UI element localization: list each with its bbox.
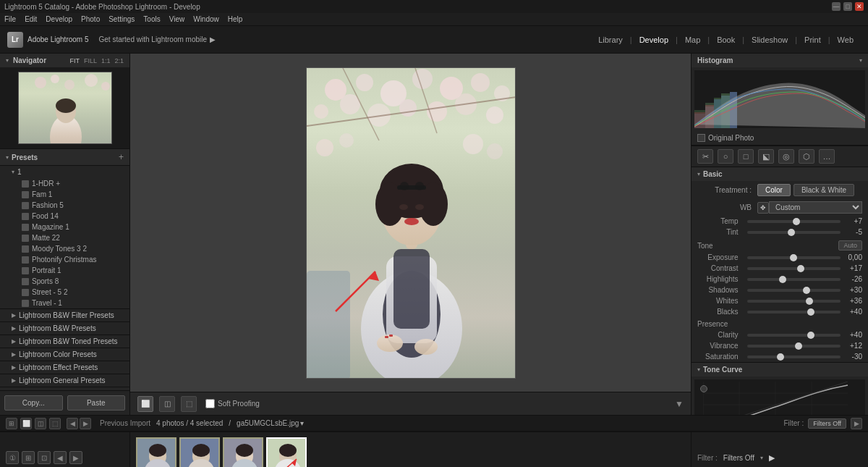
preset-group-header-1[interactable]: ▾ 1 <box>0 166 129 178</box>
menu-view[interactable]: View <box>169 15 185 23</box>
expand-filters-button[interactable]: ▶ <box>851 418 862 429</box>
crop-tool[interactable]: ✂ <box>697 149 713 164</box>
next-arrow[interactable]: ▶ <box>80 418 91 429</box>
nav-2-1[interactable]: 2:1 <box>114 57 124 64</box>
navigator-header[interactable]: ▾ Navigator FIT FILL 1:1 2:1 <box>0 54 129 67</box>
wb-select[interactable]: Custom As Shot Auto Daylight <box>769 201 862 214</box>
film-thumb-1[interactable] <box>136 437 176 467</box>
preset-item-fashion5[interactable]: Fashion 5 <box>0 200 129 211</box>
histogram-header[interactable]: Histogram ▾ <box>692 54 868 67</box>
clarity-slider[interactable] <box>747 334 841 337</box>
filmstrip-nav-prev[interactable]: ◀ <box>54 451 67 464</box>
nav-library[interactable]: Library <box>591 35 630 44</box>
menu-settings[interactable]: Settings <box>109 15 135 23</box>
nav-1-1[interactable]: 1:1 <box>101 57 111 64</box>
menu-tools[interactable]: Tools <box>143 15 160 23</box>
tone-curve-header[interactable]: ▾ Tone Curve <box>692 363 868 376</box>
preset-item-fam1[interactable]: Fam 1 <box>0 189 129 200</box>
preset-group-header-bwfilter[interactable]: ▶ Lightroom B&W Filter Presets <box>0 309 129 321</box>
view-survey-button[interactable]: ⬚ <box>181 396 197 412</box>
maximize-button[interactable]: □ <box>843 2 852 11</box>
soft-proofing-checkbox[interactable] <box>205 399 215 408</box>
preset-group-header-effect[interactable]: ▶ Lightroom Effect Presets <box>0 361 129 374</box>
preset-group-header-color[interactable]: ▶ Lightroom Color Presets <box>0 348 129 361</box>
preset-group-header-bwpresets[interactable]: ▶ Lightroom B&W Presets <box>0 322 129 335</box>
filmstrip-expand-button[interactable]: ▶ <box>769 453 775 463</box>
whites-slider[interactable] <box>747 300 841 303</box>
previous-import-button[interactable]: Previous Import <box>100 419 150 427</box>
tone-auto-button[interactable]: Auto <box>838 240 862 251</box>
survey-view-icon[interactable]: ⬚ <box>49 418 61 429</box>
contrast-slider[interactable] <box>747 267 841 270</box>
grid-view-icon[interactable]: ⊞ <box>6 418 17 429</box>
preset-group-header-general[interactable]: ▶ Lightroom General Presets <box>0 374 129 387</box>
highlights-slider[interactable] <box>747 278 841 281</box>
filmstrip-nav-next[interactable]: ▶ <box>69 451 82 464</box>
close-button[interactable]: ✕ <box>855 2 864 11</box>
eyedropper-tool[interactable]: ✥ <box>757 202 769 214</box>
preset-item-matte22[interactable]: Matte 22 <box>0 232 129 243</box>
preset-item-sports8[interactable]: Sports 8 <box>0 276 129 287</box>
nav-map[interactable]: Map <box>678 35 707 44</box>
presets-header[interactable]: ▾ Presets + <box>0 149 129 166</box>
presets-add-button[interactable]: + <box>119 152 124 162</box>
view-loupe-button[interactable]: ⬜ <box>137 396 153 412</box>
exposure-slider[interactable] <box>747 256 841 259</box>
temp-slider[interactable] <box>747 220 841 223</box>
menu-photo[interactable]: Photo <box>81 15 100 23</box>
film-thumb-4[interactable] <box>266 437 307 467</box>
compare-view-icon[interactable]: ◫ <box>35 418 46 429</box>
gradient-tool[interactable]: ⬕ <box>758 149 774 164</box>
filmstrip: ① ⊞ ⊡ ◀ ▶ <box>0 431 868 467</box>
filmstrip-icon-2[interactable]: ⊞ <box>22 451 35 464</box>
nav-web[interactable]: Web <box>830 35 861 44</box>
nav-develop[interactable]: Develop <box>632 35 676 44</box>
paste-button[interactable]: Paste <box>67 395 126 411</box>
original-photo-checkbox[interactable] <box>697 134 705 142</box>
preset-item-moody[interactable]: Moody Tones 3 2 <box>0 243 129 254</box>
basic-panel-header[interactable]: ▾ Basic <box>692 167 868 181</box>
tint-slider[interactable] <box>747 231 841 234</box>
preset-item-travel1[interactable]: Travel - 1 <box>0 298 129 308</box>
preset-item-photonify[interactable]: Photonify Christmas <box>0 254 129 265</box>
preset-group-color: ▶ Lightroom Color Presets <box>0 348 129 361</box>
film-thumb-2[interactable] <box>179 437 220 467</box>
radial-tool[interactable]: ◎ <box>778 149 794 164</box>
menu-develop[interactable]: Develop <box>46 15 72 23</box>
brush-tool[interactable]: ⬡ <box>799 149 814 164</box>
prev-arrow[interactable]: ◀ <box>67 418 78 429</box>
saturation-slider[interactable] <box>747 355 841 358</box>
film-thumb-3[interactable] <box>223 437 263 467</box>
color-button[interactable]: Color <box>757 184 791 196</box>
nav-print[interactable]: Print <box>797 35 828 44</box>
loupe-view-icon[interactable]: ⬜ <box>20 418 32 429</box>
filmstrip-icon-1[interactable]: ① <box>6 451 19 464</box>
nav-fill[interactable]: FILL <box>84 57 97 64</box>
nav-fit[interactable]: FIT <box>69 57 80 64</box>
preset-item-magazine1[interactable]: Magazine 1 <box>0 222 129 232</box>
shadows-slider[interactable] <box>747 289 841 292</box>
bw-button[interactable]: Black & White <box>793 184 854 196</box>
preset-item-portrait1[interactable]: Portrait 1 <box>0 265 129 276</box>
scroll-button[interactable]: ▼ <box>675 399 684 409</box>
menu-file[interactable]: File <box>4 15 16 23</box>
vibrance-slider[interactable] <box>747 345 841 348</box>
menu-help[interactable]: Help <box>228 15 243 23</box>
menu-window[interactable]: Window <box>193 15 219 23</box>
preset-item-street52[interactable]: Street - 5 2 <box>0 287 129 298</box>
filmstrip-icon-3[interactable]: ⊡ <box>38 451 51 464</box>
nav-slideshow[interactable]: Slideshow <box>744 35 795 44</box>
view-compare-button[interactable]: ◫ <box>159 396 175 412</box>
copy-button[interactable]: Copy... <box>4 395 63 411</box>
redeye-tool[interactable]: □ <box>738 149 754 164</box>
filters-off-button[interactable]: Filters Off <box>808 418 846 429</box>
menu-edit[interactable]: Edit <box>25 15 37 23</box>
nav-book[interactable]: Book <box>710 35 742 44</box>
minimize-button[interactable]: — <box>832 2 841 11</box>
preset-item-food14[interactable]: Food 14 <box>0 211 129 222</box>
blacks-slider[interactable] <box>747 311 841 314</box>
heal-tool[interactable]: ○ <box>718 149 733 164</box>
more-tool[interactable]: … <box>819 149 835 164</box>
preset-group-header-bwtoned[interactable]: ▶ Lightroom B&W Toned Presets <box>0 335 129 348</box>
preset-item-1hdr[interactable]: 1-HDR + <box>0 178 129 189</box>
